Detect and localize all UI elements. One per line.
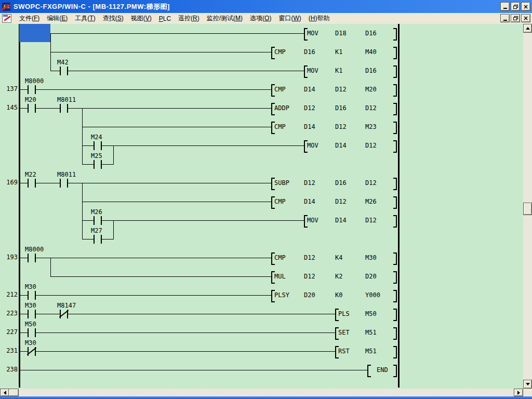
contact-M20[interactable]: M20 (21, 96, 46, 116)
contact-bar (28, 85, 29, 94)
close-button[interactable]: × (521, 2, 530, 11)
contact-M8011[interactable]: M8011 (54, 170, 78, 191)
contact-M8000[interactable]: M8000 (21, 77, 46, 98)
menu-item-monitor-test[interactable]: 监控/测试(M) (203, 12, 246, 24)
ladder-editor-canvas[interactable]: 137145169193212223227231238M42M8000M20M8… (0, 24, 523, 389)
instruction-MOV[interactable]: MOVK1D16 (304, 64, 397, 77)
wire-horizontal (82, 220, 304, 221)
mdi-restore-button[interactable] (511, 14, 520, 22)
contact-M26[interactable]: M26 (87, 208, 112, 229)
mdi-minimize-button[interactable] (500, 14, 510, 22)
instruction-MUL[interactable]: MULD12K2D20 (271, 270, 397, 283)
instruction-MOV[interactable]: MOVD14D12 (304, 214, 397, 227)
menu-item-tools[interactable]: 工具(T) (71, 12, 99, 24)
menu-item-view[interactable]: 视图(V) (127, 12, 155, 24)
instruction-PLSY[interactable]: PLSYD20K0Y000 (271, 289, 397, 301)
instruction-operand: D16 (365, 67, 377, 74)
instruction-CMP[interactable]: CMPD14D12M20 (271, 83, 397, 96)
instruction-operand: K2 (335, 273, 342, 280)
titlebar[interactable]: FX SWOPC-FXGP/WIN-C - [MB-1127.PMW:梯形图] … (0, 0, 532, 13)
instruction-CMP[interactable]: CMPD16K1M40 (271, 46, 397, 58)
instruction-MOV[interactable]: MOVD18D16 (304, 27, 397, 39)
contact-bar (67, 104, 68, 113)
instruction-operand: D20 (304, 291, 315, 299)
vertical-scrollbar[interactable] (523, 24, 532, 389)
menu-item-find[interactable]: 查找(S) (99, 12, 127, 24)
instruction-operand: D12 (335, 198, 347, 205)
contact-bar (101, 216, 102, 225)
close-bracket (393, 47, 397, 59)
instruction-CMP[interactable]: CMPD14D12M23 (271, 121, 397, 133)
instruction-CMP[interactable]: CMPD14D12M26 (271, 195, 397, 208)
contact-M30-nc[interactable]: M30 (21, 339, 46, 360)
contact-M8000[interactable]: M8000 (21, 245, 46, 266)
close-bracket (393, 309, 397, 321)
contact-bar (94, 160, 95, 169)
instruction-ADDP[interactable]: ADDPD12D16D12 (271, 102, 397, 114)
contact-gap (28, 182, 35, 184)
instruction-END[interactable]: END (367, 364, 397, 376)
menu-item-options[interactable]: 选项(O) (246, 12, 275, 24)
contact-label: M30 (25, 302, 36, 309)
restore-button[interactable] (511, 2, 520, 11)
contact-bar (67, 66, 68, 75)
contact-label: M42 (57, 59, 69, 66)
wire-horizontal (20, 295, 271, 296)
mdi-close-button[interactable]: × (521, 14, 530, 22)
contact-bar (60, 66, 61, 75)
instruction-opcode: MOV (307, 142, 318, 149)
contact-M30[interactable]: M30 (21, 301, 46, 322)
horizontal-scroll-thumb[interactable] (8, 389, 19, 396)
wire-vertical (82, 183, 83, 240)
rung-number-137: 137 (0, 85, 18, 92)
instruction-SET[interactable]: SETM51 (335, 326, 397, 339)
vertical-scroll-thumb[interactable] (523, 203, 532, 215)
contact-M30[interactable]: M30 (21, 283, 46, 303)
menu-item-help[interactable]: (H)帮助 (305, 12, 334, 24)
instruction-PLS[interactable]: PLSM50 (335, 308, 397, 320)
horizontal-scrollbar[interactable] (0, 389, 523, 396)
scroll-down-button[interactable] (523, 380, 532, 389)
close-bracket (393, 122, 397, 134)
contact-bar (35, 310, 36, 318)
instruction-opcode: MUL (274, 273, 286, 280)
wire-vertical (82, 108, 83, 165)
contact-M25[interactable]: M25 (87, 152, 112, 172)
document-icon[interactable] (2, 14, 11, 23)
instruction-opcode: RST (338, 348, 350, 355)
contact-bar (101, 235, 102, 244)
contact-M8011[interactable]: M8011 (54, 96, 78, 116)
menu-item-edit[interactable]: 编辑(E) (43, 12, 71, 24)
contact-M8147-nc[interactable]: M8147 (54, 301, 78, 322)
contact-bar (101, 160, 102, 169)
instruction-SUBP[interactable]: SUBPD12D16D12 (271, 177, 397, 189)
instruction-MOV[interactable]: MOVD14D12 (304, 139, 397, 152)
instruction-operand: D12 (304, 254, 315, 261)
instruction-CMP[interactable]: CMPD12K4M30 (271, 251, 397, 264)
close-bracket (393, 327, 397, 340)
menu-item-plc[interactable]: PLC (155, 14, 175, 24)
menu-items: 文件(F)编辑(E)工具(T)查找(S)视图(V)PLC遥控(R)监控/测试(M… (16, 12, 333, 24)
contact-M50[interactable]: M50 (21, 320, 46, 341)
contact-M22[interactable]: M22 (21, 170, 46, 191)
contact-M27[interactable]: M27 (87, 227, 112, 247)
contact-gap (28, 107, 35, 110)
contact-M42[interactable]: M42 (54, 58, 78, 79)
menu-item-file[interactable]: 文件(F) (16, 12, 43, 24)
scroll-right-button[interactable] (514, 389, 523, 396)
contact-gap (60, 107, 68, 110)
instruction-opcode: MOV (307, 30, 318, 37)
rung-number-212: 212 (0, 291, 18, 298)
instruction-operand: Y000 (365, 291, 380, 299)
contact-M24[interactable]: M24 (87, 133, 112, 154)
menu-item-window[interactable]: 窗口(W) (275, 12, 304, 24)
minimize-button[interactable] (500, 2, 510, 11)
selection-cursor[interactable] (19, 24, 50, 42)
menu-item-remote[interactable]: 遥控(R) (175, 12, 203, 24)
instruction-RST[interactable]: RSTM51 (335, 345, 397, 357)
scroll-up-button[interactable] (523, 24, 532, 33)
left-power-rail (19, 24, 20, 388)
contact-gap (60, 182, 68, 184)
arrow-up-icon (526, 27, 530, 30)
contact-gap (60, 70, 68, 72)
